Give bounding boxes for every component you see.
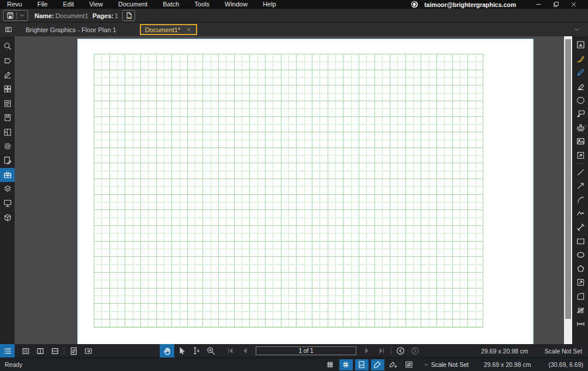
tab-document1-active[interactable]: Document1* — [140, 24, 198, 35]
history-forward-icon — [410, 346, 420, 356]
tool-area-measure[interactable] — [573, 276, 588, 290]
tool-text-box[interactable] — [573, 38, 588, 52]
panel-layout-icon[interactable] — [4, 25, 13, 34]
last-page-button[interactable] — [374, 344, 389, 358]
tool-highlighter[interactable] — [573, 80, 588, 94]
tool-polygon[interactable] — [573, 262, 588, 276]
single-pane-button[interactable] — [18, 344, 33, 358]
pan-tool-button[interactable] — [160, 344, 174, 358]
sidebar-item-markup-summary[interactable] — [0, 153, 15, 167]
document-canvas[interactable] — [15, 36, 564, 344]
tool-cloud-polygon[interactable] — [573, 93, 588, 107]
next-page-icon — [363, 346, 372, 355]
bookmarks-icon — [3, 113, 12, 122]
menu-item-document[interactable]: Document — [111, 0, 155, 9]
page-indicator[interactable]: 1 of 1 — [256, 346, 356, 355]
tool-segment-measure[interactable] — [573, 317, 588, 331]
sidebar-item-bookmarks[interactable] — [0, 111, 15, 125]
tool-snapshot[interactable] — [573, 149, 588, 163]
detach-window-icon — [84, 346, 93, 356]
tool-stamp[interactable] — [573, 121, 588, 135]
grid-toggle[interactable] — [324, 359, 337, 370]
split-vertical-button[interactable] — [33, 344, 47, 358]
synchronize-views-toggle[interactable] — [403, 359, 416, 370]
detach-window-button[interactable] — [81, 344, 95, 358]
first-page-button[interactable] — [223, 344, 238, 358]
history-forward-button[interactable] — [408, 344, 422, 358]
tool-perimeter-measure[interactable] — [573, 290, 588, 304]
revu-logo-icon — [410, 0, 419, 9]
rectangle-icon — [576, 236, 586, 246]
perimeter-measure-icon — [576, 291, 586, 301]
menu-item-window[interactable]: Window — [217, 0, 255, 9]
snap-to-markup-toggle[interactable] — [371, 359, 384, 370]
markups-list-toggle[interactable] — [0, 344, 15, 358]
tool-count-measure[interactable] — [573, 303, 588, 317]
previous-page-button[interactable] — [238, 344, 252, 358]
sync-views-button[interactable] — [66, 344, 81, 358]
scrollbar-thumb[interactable] — [565, 39, 571, 319]
menu-item-tools[interactable]: Tools — [187, 0, 217, 9]
tool-callout[interactable] — [573, 107, 588, 121]
sidebar-item-settings[interactable] — [0, 139, 15, 153]
tool-arc[interactable] — [573, 193, 588, 207]
account-email[interactable]: taimoor@brightergraphics.com — [424, 1, 516, 8]
snap-to-content-toggle[interactable] — [355, 359, 369, 370]
tab-overflow-chevron[interactable] — [573, 26, 580, 33]
layers-icon — [3, 184, 12, 194]
sidebar-item-search[interactable] — [0, 39, 15, 53]
sidebar-item-signatures[interactable] — [0, 68, 15, 82]
menu-item-revu[interactable]: Revu — [6, 0, 30, 9]
sidebar-item-properties[interactable] — [0, 97, 15, 111]
tool-calligraphy-pen[interactable] — [573, 52, 588, 66]
document-toolbar: Name: Document1 Pages: 1 — [0, 9, 588, 23]
tool-ellipse[interactable] — [573, 248, 588, 262]
sidebar-item-studio[interactable] — [0, 196, 15, 210]
chevron-down-icon — [423, 362, 429, 368]
pdf-page[interactable] — [78, 39, 533, 344]
file-access-icon — [3, 56, 12, 66]
menu-item-file[interactable]: File — [30, 0, 56, 9]
scale-status-readout[interactable]: Scale Not Set — [545, 348, 582, 355]
tool-image[interactable] — [573, 135, 588, 149]
tool-pen[interactable] — [573, 66, 588, 80]
markup-sequence-toggle[interactable] — [387, 359, 400, 370]
next-page-button[interactable] — [360, 344, 374, 358]
menu-item-help[interactable]: Help — [255, 0, 284, 9]
tool-line[interactable] — [573, 165, 588, 179]
split-horizontal-button[interactable] — [47, 344, 62, 358]
sidebar-item-thumbnails[interactable] — [0, 82, 15, 96]
zoom-tool-button[interactable] — [204, 344, 218, 358]
tool-length-measure[interactable] — [573, 221, 588, 235]
close-button[interactable] — [565, 0, 582, 9]
vertical-scrollbar[interactable] — [564, 36, 572, 344]
menu-item-edit[interactable]: Edit — [55, 0, 81, 9]
snap-to-grid-toggle[interactable] — [339, 359, 353, 370]
last-page-icon — [377, 346, 386, 355]
close-tab-icon[interactable] — [185, 26, 192, 33]
tab-floor-plan[interactable]: Brighter Graphics - Floor Plan 1 — [19, 26, 123, 33]
sidebar-item-file-access[interactable] — [0, 53, 15, 67]
pan-hand-icon — [162, 346, 172, 356]
minimize-button[interactable] — [529, 0, 547, 9]
sidebar-item-spaces[interactable] — [0, 125, 15, 139]
document-menu-button[interactable] — [3, 10, 28, 21]
divider — [576, 163, 586, 164]
select-cursor-icon — [177, 346, 187, 356]
new-document-icon — [125, 11, 133, 20]
tool-rectangle[interactable] — [573, 234, 588, 248]
menu-item-view[interactable]: View — [81, 0, 111, 9]
menu-item-batch[interactable]: Batch — [155, 0, 187, 9]
new-document-button[interactable] — [122, 10, 135, 21]
select-text-button[interactable] — [189, 344, 204, 358]
status-bar: Ready Scale Not Set 29.69 x 20.98 cm (30… — [0, 358, 588, 371]
select-tool-button[interactable] — [174, 344, 189, 358]
sidebar-item-tool-chest[interactable] — [0, 168, 15, 182]
sidebar-item-3d-model[interactable] — [0, 211, 15, 225]
restore-button[interactable] — [547, 0, 565, 9]
sidebar-item-layers[interactable] — [0, 182, 15, 196]
history-back-button[interactable] — [393, 344, 408, 358]
tool-arrow[interactable] — [573, 179, 588, 193]
scale-selector[interactable]: Scale Not Set — [423, 361, 469, 368]
tool-polyline[interactable] — [573, 207, 588, 221]
